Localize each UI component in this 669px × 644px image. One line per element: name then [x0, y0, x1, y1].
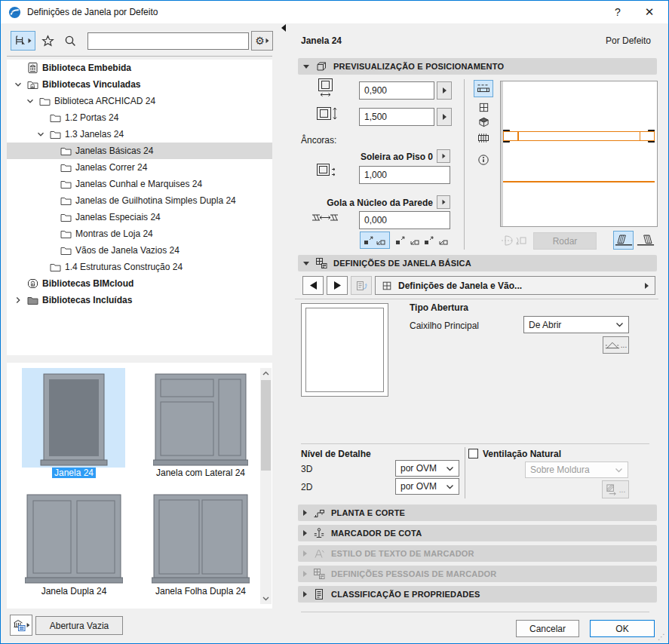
page-selector[interactable]: Definições de Janela e Vão...	[375, 276, 655, 295]
anchor-option-3[interactable]	[408, 232, 422, 248]
width-flyout-button[interactable]	[437, 81, 452, 100]
natural-ventilation-checkbox[interactable]	[468, 449, 478, 458]
thumbnail-label[interactable]: Janela Dupla 24	[17, 586, 130, 596]
view-front-button[interactable]	[474, 100, 493, 115]
cancel-button[interactable]: Cancelar	[516, 620, 579, 637]
resize-grip[interactable]: ⋰	[658, 633, 666, 641]
folder-dark-icon	[26, 294, 39, 306]
wall-offset-field[interactable]: 0,000	[359, 211, 450, 229]
view-3d-button[interactable]	[474, 115, 493, 130]
tree-item[interactable]: Bibliotecas Vinculadas	[7, 76, 272, 93]
tree-item[interactable]: 1.2 Portas 24	[7, 109, 272, 126]
opening-angle-options-button[interactable]: ...	[603, 336, 629, 354]
transfer-settings-button[interactable]	[351, 276, 372, 295]
scroll-up-icon[interactable]	[260, 368, 272, 379]
dropdown-arrow-icon	[29, 38, 32, 43]
preview-slider[interactable]	[501, 81, 503, 226]
thumbnail-label[interactable]: Janela 24	[17, 468, 130, 478]
anchor-option-4[interactable]	[422, 232, 436, 248]
anchor-glyph-icon	[424, 235, 434, 246]
section-classificacao-e-propriedades[interactable]: CLASSIFICAÇÃO E PROPRIEDADES	[298, 586, 657, 603]
tree-item[interactable]: Janelas de Guilhotina Simples Dupla 24	[7, 192, 272, 209]
thumbnail-label[interactable]: Janela com Lateral 24	[144, 468, 257, 478]
tree-item[interactable]: Bibliotecas BIMcloud	[7, 275, 272, 292]
expander-icon[interactable]	[35, 129, 46, 140]
detail-2d-dropdown[interactable]: por OVM	[395, 478, 459, 495]
tree-item[interactable]: Janelas Cunhal e Marquises 24	[7, 176, 272, 192]
height-field[interactable]: 1,500	[359, 108, 434, 126]
search-icon	[64, 35, 76, 47]
tree-item[interactable]: Montras de Loja 24	[7, 225, 272, 242]
section-definicoes-pessoais-marcador-disabled[interactable]: DEFINIÇÕES PESSOAIS DE MARCADOR	[298, 566, 657, 582]
section-planta-e-corte[interactable]: PLANTA E CORTE	[298, 504, 657, 521]
library-tree: Biblioteca Embebida Bibliotecas Vinculad…	[7, 60, 272, 355]
search-input[interactable]	[87, 32, 249, 50]
empty-opening-button[interactable]: Abertura Vazia	[35, 616, 123, 635]
settings-menu-button[interactable]: ⚙	[251, 31, 273, 51]
tree-item[interactable]: Bibliotecas Incluídas	[7, 292, 272, 308]
detail-3d-dropdown[interactable]: por OVM	[395, 460, 459, 477]
expander-icon[interactable]	[13, 79, 23, 90]
flip-left-button[interactable]	[613, 231, 634, 250]
width-field[interactable]: 0,900	[359, 81, 434, 100]
scroll-down-icon[interactable]	[260, 593, 272, 604]
divider	[301, 612, 649, 612]
tree-item[interactable]: Janelas Especiais 24	[7, 209, 272, 225]
main-sash-dropdown[interactable]: De Abrir	[523, 316, 629, 333]
thumbnail-scrollbar[interactable]	[260, 368, 272, 604]
page-next-button[interactable]	[327, 276, 348, 295]
panel-collapse-handle[interactable]	[281, 24, 286, 32]
rotate-button[interactable]: Rodar	[533, 232, 597, 250]
ventilation-mode-dropdown-disabled[interactable]: Sobre Moldura	[525, 462, 628, 478]
tree-item-selected[interactable]: Janelas Básicas 24	[7, 143, 272, 159]
thumbnail-janela-com-lateral-24[interactable]	[149, 368, 252, 468]
page-prev-button[interactable]	[302, 276, 324, 295]
folder-icon	[60, 145, 72, 157]
tree-item[interactable]: Biblioteca ARCHICAD 24	[7, 93, 272, 109]
preview-canvas[interactable]	[500, 81, 658, 227]
sill-anchor-flyout-button[interactable]	[437, 149, 450, 163]
tree-item[interactable]: Vãos de Janela Vazios 24	[7, 242, 272, 259]
favorites-button[interactable]	[38, 32, 57, 50]
opening-preview-box	[301, 303, 388, 397]
object-type-button[interactable]	[11, 31, 35, 51]
expand-arrow-icon	[303, 550, 307, 557]
section-basic-window-settings[interactable]: DEFINIÇÕES DE JANELA BÁSICA	[298, 255, 657, 271]
anchor-option-2[interactable]	[394, 232, 407, 248]
expander-icon[interactable]	[13, 295, 23, 305]
plan-view-icon	[477, 84, 490, 94]
height-flyout-button[interactable]	[437, 108, 452, 126]
sill-height-field[interactable]: 1,000	[359, 166, 450, 184]
section-preview-positioning[interactable]: PREVISUALIZAÇÃO E POSICIONAMENTO	[298, 58, 657, 75]
tree-item[interactable]: Biblioteca Embebida	[7, 60, 272, 76]
opening-type-title: Tipo Abertura	[410, 302, 468, 313]
ventilation-options-button-disabled[interactable]: ...	[602, 480, 629, 498]
ok-button[interactable]: OK	[590, 620, 655, 637]
flip-right-icon	[637, 234, 655, 247]
view-plan-button[interactable]	[474, 80, 493, 97]
search-button[interactable]	[60, 32, 80, 50]
view-elevation-button[interactable]	[474, 130, 493, 146]
view-info-button[interactable]	[474, 152, 493, 168]
folder-icon	[60, 244, 72, 256]
tree-item[interactable]: 1.3 Janelas 24	[7, 126, 272, 143]
expander-icon[interactable]	[25, 96, 35, 106]
reveal-anchor-flyout-button[interactable]	[437, 195, 450, 209]
anchor-glyph-icon	[395, 235, 406, 246]
section-estilo-texto-marcador-disabled[interactable]: ESTILO DE TEXTO DE MARCADOR	[298, 545, 657, 562]
reveal-anchor-label: Gola a Núcleo da Parede	[318, 198, 433, 208]
tree-item[interactable]: 1.4 Estruturas Construção 24	[7, 259, 272, 275]
thumbnail-janela-folha-dupla-24[interactable]	[149, 489, 252, 585]
thumbnail-janela-dupla-24[interactable]	[22, 489, 125, 585]
chevron-down-icon	[615, 320, 624, 329]
section-marcador-de-cota[interactable]: MARCADOR DE COTA	[298, 525, 657, 541]
thumbnail-janela-24[interactable]	[22, 368, 125, 468]
flip-right-button[interactable]	[635, 231, 655, 250]
scrollbar-thumb[interactable]	[261, 380, 271, 471]
load-library-part-button[interactable]	[10, 615, 32, 636]
anchor-option-1-selected[interactable]	[360, 232, 390, 249]
info-icon	[477, 154, 489, 166]
tree-item[interactable]: Janelas Correr 24	[7, 159, 272, 176]
anchor-option-5[interactable]	[437, 232, 450, 248]
thumbnail-label[interactable]: Janela Folha Dupla 24	[144, 586, 257, 596]
